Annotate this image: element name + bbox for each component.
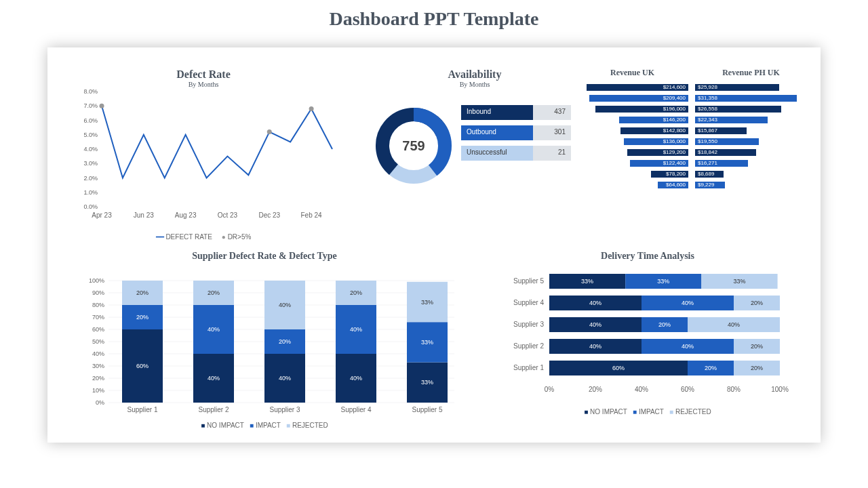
chart-revenue-uk: Revenue UK $214,600$209,400$196,000$146,… [576, 68, 688, 192]
svg-text:6.0%: 6.0% [83, 117, 98, 124]
svg-text:20%: 20% [751, 343, 763, 350]
availability-row: Inbound437 [461, 105, 576, 120]
supplier-legend-1: IMPACT [256, 422, 281, 429]
revenue-bar: $26,558 [695, 105, 807, 113]
chart-supplier-defect: Supplier Defect Rate & Defect Type 0%10%… [75, 251, 454, 434]
svg-text:10%: 10% [92, 387, 104, 394]
svg-text:40%: 40% [350, 326, 362, 333]
svg-text:0%: 0% [545, 386, 555, 393]
defect-line-svg: 0.0%1.0%2.0%3.0%4.0%5.0%6.0%7.0%8.0% Apr… [68, 88, 339, 230]
svg-text:60%: 60% [92, 326, 104, 333]
svg-text:100%: 100% [89, 277, 104, 284]
svg-text:40%: 40% [92, 350, 104, 357]
svg-text:Supplier 2: Supplier 2 [198, 406, 229, 413]
supplier-title: Supplier Defect Rate & Defect Type [75, 251, 454, 262]
svg-point-15 [100, 104, 104, 108]
delivery-stacked-svg: Supplier 533%33%33%Supplier 440%40%20%Su… [495, 267, 800, 403]
svg-text:Aug 23: Aug 23 [175, 211, 197, 219]
svg-point-17 [309, 106, 314, 111]
svg-text:0.0%: 0.0% [83, 203, 98, 210]
revenue-bar: $22,343 [695, 116, 807, 124]
revenue-bar: $142,800 [576, 127, 688, 135]
svg-text:1.0%: 1.0% [83, 189, 98, 196]
avail-title: Availability [373, 68, 576, 81]
revenue-bar: $25,928 [695, 83, 807, 92]
defect-legend-dot: DR>5% [228, 233, 252, 241]
svg-text:20%: 20% [92, 375, 104, 382]
svg-text:60%: 60% [136, 363, 149, 369]
revenue-bar: $9,229 [695, 181, 807, 189]
revenue-bar: $209,400 [576, 94, 688, 102]
svg-text:2.0%: 2.0% [83, 175, 98, 182]
svg-text:33%: 33% [657, 278, 669, 285]
revenue-bar: $146,200 [576, 116, 688, 124]
svg-text:50%: 50% [92, 338, 104, 345]
svg-text:33%: 33% [421, 339, 433, 346]
svg-text:7.0%: 7.0% [83, 102, 98, 109]
svg-text:Jun 23: Jun 23 [134, 211, 154, 219]
svg-text:20%: 20% [658, 321, 671, 328]
chart-revenue-ph-uk: Revenue PH UK $25,928$31,358$26,558$22,3… [695, 68, 807, 192]
revenue-bar: $129,200 [576, 148, 688, 157]
revenue-bar: $15,867 [695, 127, 807, 135]
revenue-bar: $214,600 [576, 83, 688, 92]
supplier-legend-0: NO IMPACT [207, 422, 244, 429]
revenue-bar: $8,689 [695, 170, 807, 178]
revenue-bar: $122,400 [576, 159, 688, 167]
svg-text:20%: 20% [350, 289, 362, 296]
svg-text:60%: 60% [612, 365, 625, 371]
revenue-bar: $64,600 [576, 181, 688, 189]
svg-text:Supplier 3: Supplier 3 [513, 321, 544, 328]
svg-text:Dec 23: Dec 23 [258, 211, 280, 219]
svg-text:Supplier 5: Supplier 5 [412, 406, 442, 413]
svg-text:5.0%: 5.0% [83, 131, 98, 138]
defect-legend-line: DEFECT RATE [165, 233, 212, 241]
svg-text:40%: 40% [350, 375, 362, 382]
svg-text:3.0%: 3.0% [83, 160, 98, 167]
svg-text:20%: 20% [751, 365, 763, 371]
svg-text:60%: 60% [681, 386, 694, 393]
dashboard-slide: Defect Rate By Months 0.0%1.0%2.0%3.0%4.… [47, 47, 821, 443]
supplier-stacked-svg: 0%10%20%30%40%50%60%70%80%90%100%60%20%2… [75, 267, 454, 416]
svg-text:Supplier 4: Supplier 4 [340, 406, 371, 413]
svg-text:Supplier 2: Supplier 2 [513, 342, 544, 350]
svg-text:20%: 20% [751, 300, 763, 306]
svg-text:0%: 0% [96, 399, 104, 406]
svg-point-16 [267, 129, 272, 134]
supplier-legend: ■ NO IMPACT ■ IMPACT ■ REJECTED [75, 422, 454, 429]
svg-text:20%: 20% [279, 338, 291, 345]
svg-text:40%: 40% [728, 321, 740, 328]
delivery-legend-1: IMPACT [639, 408, 664, 415]
revenue-uk-title: Revenue UK [576, 68, 688, 78]
revenue-bar: $78,200 [576, 170, 688, 178]
svg-text:Supplier 5: Supplier 5 [513, 277, 544, 285]
svg-text:Supplier 1: Supplier 1 [127, 406, 157, 413]
svg-text:33%: 33% [733, 278, 745, 285]
svg-text:40%: 40% [589, 343, 601, 350]
svg-text:40%: 40% [589, 300, 601, 306]
svg-text:80%: 80% [92, 302, 104, 308]
svg-text:Supplier 1: Supplier 1 [513, 364, 544, 371]
svg-text:100%: 100% [771, 386, 789, 393]
svg-text:33%: 33% [421, 379, 433, 386]
svg-text:33%: 33% [581, 278, 593, 285]
svg-text:40%: 40% [279, 302, 291, 308]
svg-text:33%: 33% [421, 299, 433, 306]
svg-text:20%: 20% [589, 386, 602, 393]
avail-subtitle: By Months [373, 81, 576, 88]
revenue-bar: $31,358 [695, 94, 807, 102]
page-title: Dashboard PPT Template [0, 0, 868, 33]
svg-text:20%: 20% [136, 289, 149, 296]
donut-center-value: 759 [402, 138, 425, 153]
svg-text:40%: 40% [589, 321, 601, 328]
defect-subtitle: By Months [68, 81, 339, 88]
svg-text:80%: 80% [727, 386, 741, 393]
svg-text:30%: 30% [92, 363, 104, 369]
svg-text:40%: 40% [208, 375, 220, 382]
availability-donut: 759 [373, 105, 454, 186]
revenue-bar: $19,550 [695, 138, 807, 146]
svg-text:4.0%: 4.0% [83, 146, 98, 152]
svg-text:90%: 90% [92, 289, 104, 296]
availability-row: Unsuccessful21 [461, 146, 576, 161]
svg-text:40%: 40% [208, 326, 220, 333]
